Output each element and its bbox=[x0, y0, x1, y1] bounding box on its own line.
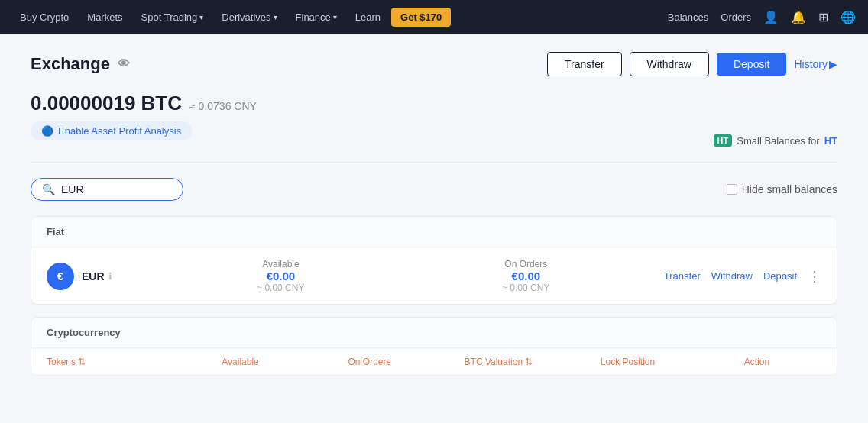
tokens-col-label: Tokens ⇅ bbox=[47, 357, 86, 367]
filter-row: 🔍 Hide small balances bbox=[31, 178, 837, 201]
enable-profit-button[interactable]: 🔵 Enable Asset Profit Analysis bbox=[31, 121, 192, 140]
header-buttons: Transfer Withdraw Deposit History ▶ bbox=[547, 52, 837, 76]
col-on-orders: On Orders bbox=[305, 357, 434, 367]
available-cny: ≈ 0.00 CNY bbox=[158, 283, 403, 293]
exchange-title-group: Exchange 👁 bbox=[31, 54, 130, 74]
eur-name-wrap: EUR ℹ bbox=[82, 270, 158, 283]
available-col-label: Available bbox=[222, 357, 258, 367]
col-action: Action bbox=[692, 357, 821, 367]
nav-item-markets[interactable]: Markets bbox=[79, 7, 130, 27]
eur-info-icon[interactable]: ℹ bbox=[108, 271, 112, 282]
derivatives-chevron: ▾ bbox=[274, 13, 277, 21]
ht-icon: HT bbox=[714, 134, 733, 147]
available-label: Available bbox=[158, 259, 403, 270]
learn-label: Learn bbox=[355, 11, 381, 23]
user-icon[interactable]: 👤 bbox=[763, 10, 779, 24]
eur-available-group: Available €0.00 ≈ 0.00 CNY bbox=[158, 259, 403, 293]
ht-badge: HT Small Balances for HT bbox=[714, 134, 837, 147]
navbar: Buy Crypto Markets Spot Trading ▾ Deriva… bbox=[0, 0, 868, 34]
hide-small-label: Hide small balances bbox=[742, 183, 837, 195]
nav-item-learn[interactable]: Learn bbox=[348, 7, 388, 27]
available-value: €0.00 bbox=[158, 270, 403, 283]
globe-icon[interactable]: 🌐 bbox=[840, 10, 856, 24]
orders-cny: ≈ 0.00 CNY bbox=[403, 283, 649, 293]
exchange-title-text: Exchange bbox=[31, 54, 110, 74]
nav-cta-button[interactable]: Get $170 bbox=[391, 8, 451, 27]
search-icon: 🔍 bbox=[42, 183, 55, 195]
orders-label: On Orders bbox=[403, 259, 649, 270]
cta-label: Get $170 bbox=[400, 11, 442, 23]
spot-trading-chevron: ▾ bbox=[199, 13, 203, 21]
deposit-button[interactable]: Deposit bbox=[717, 53, 786, 76]
eye-icon[interactable]: 👁 bbox=[118, 57, 130, 71]
nav-item-derivatives[interactable]: Derivatives ▾ bbox=[214, 7, 284, 27]
history-button[interactable]: History ▶ bbox=[794, 58, 837, 70]
finance-label: Finance bbox=[296, 11, 331, 23]
search-box: 🔍 bbox=[31, 178, 183, 201]
nav-right: Balances Orders 👤 🔔 ⊞ 🌐 bbox=[668, 10, 856, 24]
eur-symbol: EUR bbox=[82, 270, 105, 283]
search-input[interactable] bbox=[61, 183, 172, 195]
finance-chevron: ▾ bbox=[333, 13, 337, 21]
transfer-button[interactable]: Transfer bbox=[547, 52, 622, 76]
col-tokens[interactable]: Tokens ⇅ bbox=[47, 357, 176, 367]
btc-valuation-col-label: BTC Valuation ⇅ bbox=[465, 357, 533, 367]
nav-item-spot-trading[interactable]: Spot Trading ▾ bbox=[134, 7, 212, 27]
orders-link[interactable]: Orders bbox=[721, 11, 751, 23]
eur-withdraw-link[interactable]: Withdraw bbox=[711, 270, 753, 282]
eur-more-icon[interactable]: ⋮ bbox=[808, 268, 821, 285]
eur-transfer-link[interactable]: Transfer bbox=[664, 270, 701, 282]
enable-profit-label: Enable Asset Profit Analysis bbox=[58, 125, 181, 137]
action-col-label: Action bbox=[744, 357, 769, 367]
fiat-section-card: Fiat € EUR ℹ Available €0.00 ≈ 0.00 CNY … bbox=[31, 216, 837, 305]
nav-item-finance[interactable]: Finance ▾ bbox=[288, 7, 345, 27]
balance-section: 0.00000019 BTC ≈ 0.0736 CNY 🔵 Enable Ass… bbox=[31, 92, 257, 140]
derivatives-label: Derivatives bbox=[222, 11, 270, 23]
markets-label: Markets bbox=[87, 11, 122, 23]
history-arrow-icon: ▶ bbox=[829, 58, 837, 70]
col-btc-valuation[interactable]: BTC Valuation ⇅ bbox=[434, 357, 563, 367]
spot-trading-label: Spot Trading bbox=[141, 11, 198, 23]
eur-actions: Transfer Withdraw Deposit ⋮ bbox=[664, 268, 821, 285]
hide-small-checkbox[interactable] bbox=[727, 184, 737, 195]
hide-small-balances[interactable]: Hide small balances bbox=[727, 183, 837, 195]
eur-orders-group: On Orders €0.00 ≈ 0.00 CNY bbox=[403, 259, 649, 293]
crypto-section-title: Cryptocurrency bbox=[31, 318, 837, 348]
col-available: Available bbox=[176, 357, 305, 367]
orders-value: €0.00 bbox=[403, 270, 649, 283]
ht-badge-text: Small Balances for bbox=[737, 135, 819, 147]
balance-row: 0.00000019 BTC ≈ 0.0736 CNY 🔵 Enable Ass… bbox=[31, 92, 837, 147]
ht-link[interactable]: HT bbox=[824, 135, 837, 147]
balance-cny: ≈ 0.0736 CNY bbox=[189, 100, 257, 112]
eur-icon: € bbox=[47, 263, 74, 290]
chart-pie-icon: 🔵 bbox=[41, 125, 53, 137]
grid-icon[interactable]: ⊞ bbox=[818, 10, 828, 24]
divider bbox=[31, 162, 837, 163]
fiat-section-title: Fiat bbox=[31, 217, 837, 247]
col-lock-position: Lock Position bbox=[563, 357, 692, 367]
balance-btc: 0.00000019 BTC bbox=[31, 92, 182, 115]
bell-icon[interactable]: 🔔 bbox=[791, 10, 806, 24]
exchange-header: Exchange 👁 Transfer Withdraw Deposit His… bbox=[31, 52, 837, 76]
lock-position-col-label: Lock Position bbox=[601, 357, 655, 367]
crypto-table-header: Tokens ⇅ Available On Orders BTC Valuati… bbox=[31, 348, 837, 375]
main-content: Exchange 👁 Transfer Withdraw Deposit His… bbox=[0, 34, 868, 406]
withdraw-button[interactable]: Withdraw bbox=[630, 52, 709, 76]
table-row: € EUR ℹ Available €0.00 ≈ 0.00 CNY On Or… bbox=[31, 247, 837, 304]
crypto-section-card: Cryptocurrency Tokens ⇅ Available On Ord… bbox=[31, 317, 837, 376]
history-label: History bbox=[794, 58, 828, 70]
balance-amount-group: 0.00000019 BTC ≈ 0.0736 CNY bbox=[31, 92, 257, 115]
on-orders-col-label: On Orders bbox=[348, 357, 390, 367]
nav-item-buy-crypto[interactable]: Buy Crypto bbox=[12, 7, 76, 27]
balances-link[interactable]: Balances bbox=[668, 11, 708, 23]
eur-deposit-link[interactable]: Deposit bbox=[763, 270, 797, 282]
buy-crypto-label: Buy Crypto bbox=[20, 11, 69, 23]
